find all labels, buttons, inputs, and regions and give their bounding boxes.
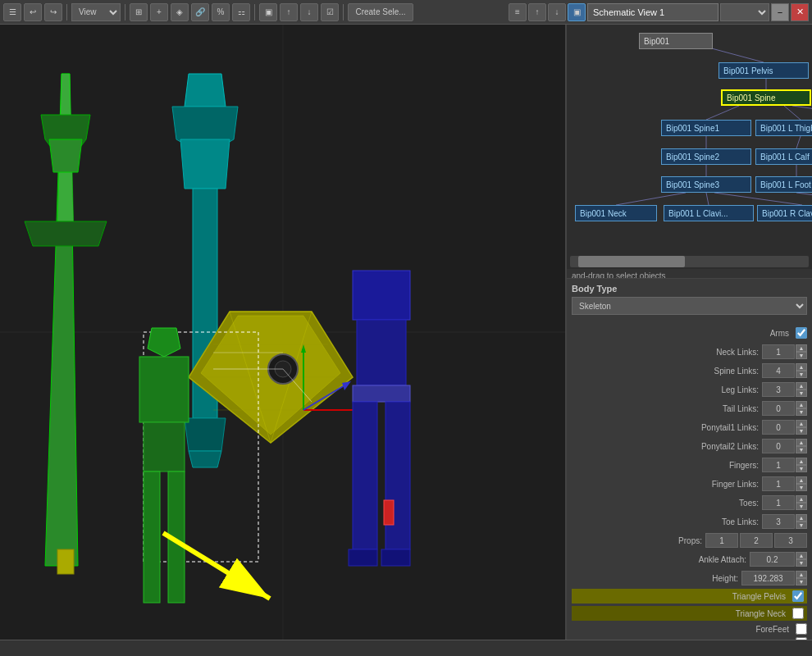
height-row: Height: 192.283 ▲ ▼ — [572, 570, 807, 586]
toolbar-icon10[interactable]: ☑ — [321, 3, 339, 21]
svg-rect-35 — [353, 402, 377, 549]
leg-links-up[interactable]: ▲ — [796, 382, 807, 390]
toolbar: ☰ ↩ ↪ View ⊞ + ◈ 🔗 % ⚏ ▣ ↑ ↓ ☑ Create Se… — [0, 0, 812, 25]
schematic-icon2[interactable]: ↑ — [528, 3, 546, 21]
finger-links-value: 1 — [762, 476, 795, 491]
schematic-area[interactable]: Bip001 Bip001 Pelvis Bip001 Spine Bip001… — [567, 25, 812, 254]
ponytail1-spinner[interactable]: ▲ ▼ — [796, 420, 807, 435]
arms-row: Arms — [572, 325, 807, 341]
ponytail1-up[interactable]: ▲ — [796, 420, 807, 427]
toolbar-icon9[interactable]: ↓ — [300, 3, 318, 21]
spine-links-up[interactable]: ▲ — [796, 363, 807, 371]
node-l-foot[interactable]: Bip001 L Foot — [755, 176, 812, 193]
height-value: 192.283 — [741, 571, 795, 585]
arms-checkbox[interactable] — [796, 327, 807, 339]
toolbar-redo-btn[interactable]: ↪ — [44, 3, 62, 21]
finger-links-down[interactable]: ▼ — [796, 484, 807, 491]
ankle-attach-up[interactable]: ▲ — [796, 552, 807, 559]
node-spine3[interactable]: Bip001 Spine3 — [661, 176, 751, 193]
svg-marker-9 — [185, 74, 226, 107]
node-spine1[interactable]: Bip001 Spine1 — [661, 120, 751, 136]
svg-marker-11 — [180, 139, 230, 189]
toes-spinner[interactable]: ▲ ▼ — [796, 495, 807, 510]
tail-links-up[interactable]: ▲ — [796, 401, 807, 408]
leg-links-row: Leg Links: 3 ▲ ▼ — [572, 381, 807, 398]
neck-links-up[interactable]: ▲ — [796, 344, 807, 352]
node-bip001[interactable]: Bip001 — [639, 33, 713, 49]
node-bip001-spine[interactable]: Bip001 Spine — [721, 89, 811, 106]
toolbar-icon8[interactable]: ↑ — [280, 3, 298, 21]
svg-rect-34 — [353, 385, 410, 402]
toolbar-icon4[interactable]: 🔗 — [191, 3, 209, 21]
node-r-clavi[interactable]: Bip001 R Clavi... — [757, 205, 812, 221]
finger-links-up[interactable]: ▲ — [796, 476, 807, 484]
viewport[interactable] — [0, 25, 566, 640]
toes-down[interactable]: ▼ — [796, 503, 807, 510]
schematic-minimize-btn[interactable]: − — [771, 3, 789, 21]
node-l-thigh[interactable]: Bip001 L Thigh — [755, 120, 812, 136]
ankle-attach-down[interactable]: ▼ — [796, 559, 807, 567]
toolbar-undo-btn[interactable]: ↩ — [24, 3, 42, 21]
ankle-attach-spinner[interactable]: ▲ ▼ — [796, 552, 807, 567]
body-type-dropdown[interactable]: Skeleton Male Female — [572, 297, 807, 315]
schematic-icon3[interactable]: ↓ — [548, 3, 566, 21]
neck-links-down[interactable]: ▼ — [796, 352, 807, 359]
schematic-icon1[interactable]: ≡ — [509, 3, 527, 21]
toe-links-up[interactable]: ▲ — [796, 514, 807, 522]
triangle-neck-checkbox[interactable] — [792, 608, 804, 619]
create-select-btn[interactable]: Create Sele... — [348, 3, 413, 21]
toolbar-icon5[interactable]: % — [212, 3, 230, 21]
height-down[interactable]: ▼ — [796, 578, 807, 585]
svg-rect-43 — [144, 472, 160, 603]
triangle-pelvis-checkbox[interactable] — [792, 590, 804, 602]
node-spine2[interactable]: Bip001 Spine2 — [661, 148, 751, 165]
toes-up[interactable]: ▲ — [796, 495, 807, 503]
spine-links-down[interactable]: ▼ — [796, 371, 807, 378]
ponytail2-down[interactable]: ▼ — [796, 446, 807, 453]
props-label: Props: — [572, 536, 702, 545]
tail-links-spinner[interactable]: ▲ ▼ — [796, 401, 807, 416]
node-bip001-pelvis[interactable]: Bip001 Pelvis — [718, 62, 809, 79]
toe-links-spinner[interactable]: ▲ ▼ — [796, 514, 807, 529]
finger-links-spinner[interactable]: ▲ ▼ — [796, 476, 807, 491]
height-label: Height: — [572, 574, 738, 583]
toolbar-icon1[interactable]: ⊞ — [130, 3, 148, 21]
node-l-clavi[interactable]: Bip001 L Clavi... — [664, 205, 754, 221]
leg-links-spinner[interactable]: ▲ ▼ — [796, 382, 807, 397]
spine-links-value: 4 — [762, 363, 795, 378]
height-spinner[interactable]: ▲ ▼ — [796, 571, 807, 585]
ponytail2-spinner[interactable]: ▲ ▼ — [796, 439, 807, 453]
height-up[interactable]: ▲ — [796, 571, 807, 578]
props-row: Props: 1 2 3 — [572, 532, 807, 549]
schematic-hscrollbar[interactable] — [570, 256, 809, 267]
ponytail1-down[interactable]: ▼ — [796, 427, 807, 435]
fingers-spinner[interactable]: ▲ ▼ — [796, 458, 807, 472]
ankle-attach-value: 0.2 — [750, 552, 795, 567]
toolbar-menu-btn[interactable]: ☰ — [3, 3, 21, 21]
forefeet-checkbox[interactable] — [796, 623, 807, 635]
fingers-up[interactable]: ▲ — [796, 458, 807, 465]
ponytail2-up[interactable]: ▲ — [796, 439, 807, 446]
node-l-calf[interactable]: Bip001 L Calf — [755, 148, 812, 165]
tail-links-down[interactable]: ▼ — [796, 408, 807, 416]
schematic-dropdown[interactable]: ▼ — [720, 3, 769, 21]
ponytail2-value: 0 — [762, 439, 795, 453]
view-dropdown[interactable]: View — [71, 3, 121, 21]
toolbar-icon6[interactable]: ⚏ — [232, 3, 250, 21]
spine-links-spinner[interactable]: ▲ ▼ — [796, 363, 807, 378]
node-neck[interactable]: Bip001 Neck — [575, 205, 657, 221]
fingers-value: 1 — [762, 458, 795, 472]
toolbar-icon7[interactable]: ▣ — [259, 3, 277, 21]
leg-links-down[interactable]: ▼ — [796, 390, 807, 397]
neck-links-spinner[interactable]: ▲ ▼ — [796, 344, 807, 359]
toe-links-down[interactable]: ▼ — [796, 522, 807, 529]
ponytail1-row: Ponytail1 Links: 0 ▲ ▼ — [572, 419, 807, 435]
schematic-icon4[interactable]: ▣ — [568, 3, 586, 21]
svg-rect-38 — [381, 549, 410, 566]
fingers-down[interactable]: ▼ — [796, 465, 807, 472]
toolbar-icon2[interactable]: + — [150, 3, 168, 21]
schematic-close-btn[interactable]: ✕ — [791, 3, 809, 21]
schematic-title-input[interactable] — [587, 3, 718, 21]
ponytail2-label: Ponytail2 Links: — [572, 442, 759, 451]
toolbar-icon3[interactable]: ◈ — [171, 3, 189, 21]
